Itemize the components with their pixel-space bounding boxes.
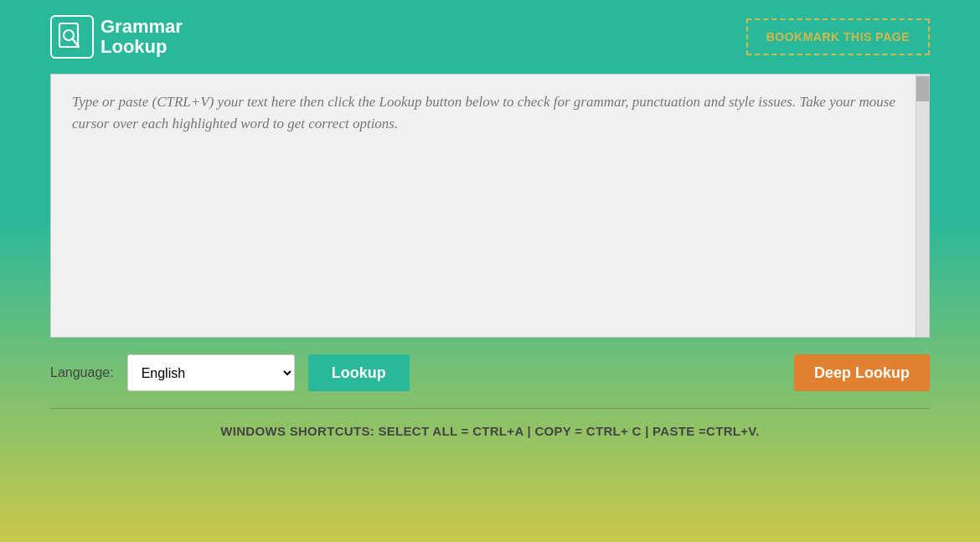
text-area-container bbox=[50, 74, 930, 338]
lookup-button[interactable]: Lookup bbox=[308, 354, 410, 391]
controls-row: Language: English French German Spanish … bbox=[50, 354, 930, 391]
text-input[interactable] bbox=[51, 75, 929, 337]
header: Grammar Lookup BOOKMARK THIS PAGE bbox=[0, 0, 980, 74]
scrollbar-track[interactable] bbox=[916, 75, 929, 337]
logo-container: Grammar Lookup bbox=[50, 15, 183, 59]
divider bbox=[50, 408, 930, 409]
svg-point-1 bbox=[64, 30, 74, 40]
shortcuts-bar: WINDOWS SHORTCUTS: SELECT ALL = CTRL+A |… bbox=[0, 424, 980, 438]
deep-lookup-button[interactable]: Deep Lookup bbox=[794, 354, 930, 391]
language-select[interactable]: English French German Spanish Italian Po… bbox=[127, 354, 295, 391]
logo-text: Grammar Lookup bbox=[101, 17, 183, 57]
main-content: Language: English French German Spanish … bbox=[0, 74, 980, 391]
scrollbar-thumb[interactable] bbox=[916, 76, 929, 101]
shortcuts-text: WINDOWS SHORTCUTS: SELECT ALL = CTRL+A |… bbox=[220, 424, 759, 438]
logo-grammar: Grammar bbox=[101, 17, 183, 37]
language-label: Language: bbox=[50, 365, 114, 380]
logo-lookup: Lookup bbox=[101, 37, 183, 57]
logo-icon bbox=[50, 15, 94, 59]
bookmark-button[interactable]: BOOKMARK THIS PAGE bbox=[746, 18, 930, 55]
